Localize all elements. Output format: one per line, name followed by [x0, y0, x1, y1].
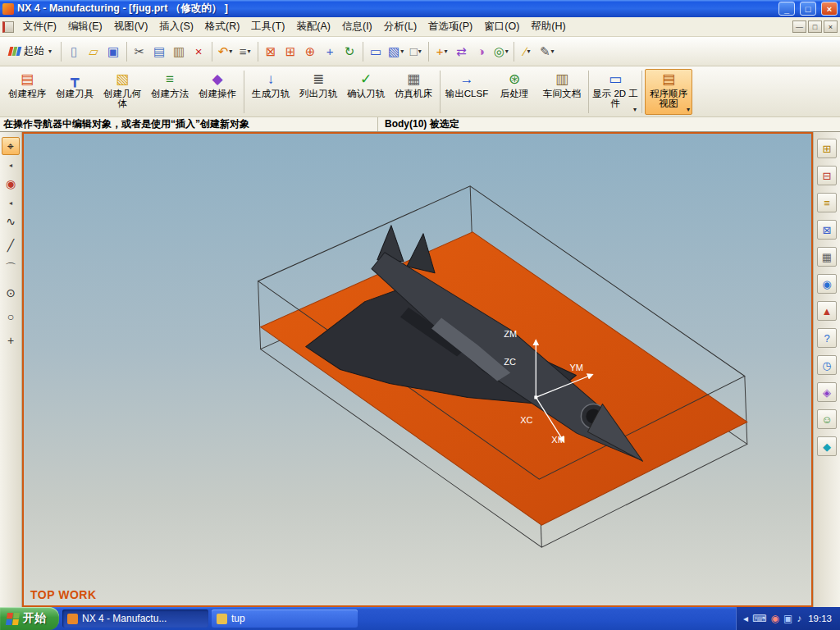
list-toolpath-button[interactable]: ≣ 列出刀轨 [294, 69, 342, 115]
mdi-close-button[interactable]: × [824, 21, 838, 33]
create-method-button[interactable]: ≡ 创建方法 [146, 69, 194, 115]
pan-icon[interactable]: + [321, 40, 340, 63]
volume-icon[interactable]: ♪ [797, 614, 801, 623]
create-tool-button[interactable]: ┳ 创建刀具 [51, 69, 98, 115]
chevron-down-icon: ▾ [247, 48, 250, 55]
expand-chevron-icon[interactable]: ◂ [2, 199, 20, 207]
3d-viewport-canvas[interactable]: ZM ZC YM XC XM [24, 134, 811, 605]
mdi-minimize-button[interactable]: — [792, 21, 806, 33]
zoom-window-icon[interactable]: ⊞ [281, 40, 300, 63]
menu-item[interactable]: 文件(F) [17, 17, 62, 36]
menu-item[interactable]: 编辑(E) [62, 17, 108, 36]
postprocess-button[interactable]: ⊛ 后处理 [491, 69, 538, 115]
system-scene-icon[interactable]: ◆ [817, 436, 837, 456]
chevron-down-icon: ▾ [527, 48, 530, 55]
minimize-button[interactable]: _ [778, 2, 795, 16]
icon-glyph: ≣ [313, 72, 324, 87]
icon-glyph: ✓ [360, 72, 372, 87]
start-button[interactable]: 开始 [0, 607, 59, 630]
delete-icon[interactable]: × [189, 40, 208, 63]
snap-point-icon[interactable]: ⌖ [2, 137, 20, 155]
help-icon[interactable]: ? [817, 328, 837, 348]
rotate-view-icon[interactable]: ↻ [340, 40, 359, 63]
part-navigator-icon[interactable]: ≡ [817, 193, 837, 212]
paste-icon[interactable]: ▥ [170, 40, 189, 63]
save-icon[interactable]: ▣ [104, 40, 123, 63]
circle-icon[interactable]: ○ [2, 308, 20, 326]
history-icon[interactable]: ◷ [817, 355, 837, 375]
repeat-command-icon[interactable]: ≡ ▾ [235, 40, 254, 63]
render-style-icon[interactable]: □ ▾ [406, 40, 425, 63]
roles-icon[interactable]: ☺ [817, 409, 837, 429]
button-label: 确认刀轨 [347, 89, 385, 99]
graphics-window[interactable]: ZM ZC YM XC XM TOP WORK [22, 132, 813, 607]
simulate-machine-button[interactable]: ▦ 仿真机床 [390, 69, 437, 115]
button-label: 车间文档 [543, 89, 581, 99]
point-icon[interactable]: + [2, 331, 20, 349]
show-hide-icon[interactable]: ◎ ▾ [491, 40, 510, 63]
chevron-down-icon: ▾ [445, 48, 448, 55]
circle-center-icon[interactable]: ⊙ [2, 284, 20, 302]
menu-item[interactable]: 信息(I) [336, 17, 378, 36]
menu-item[interactable]: 分析(L) [378, 17, 422, 36]
zoom-icon[interactable]: ⊕ [301, 40, 320, 63]
menu-item[interactable]: 窗口(O) [478, 17, 525, 36]
verify-toolpath-button[interactable]: ✓ 确认刀轨 [342, 69, 390, 115]
transform-icon[interactable]: ⇄ [452, 40, 471, 63]
spline-icon[interactable]: ∿ [2, 212, 20, 231]
measure-distance-icon[interactable]: ∕ ▾ [518, 40, 536, 63]
start-menu-button[interactable]: 起始 ▾ [3, 40, 57, 63]
edit-object-display-icon[interactable]: ◑ [472, 40, 491, 63]
line-icon[interactable]: ╱ [2, 236, 20, 254]
menu-item[interactable]: 格式(R) [199, 17, 245, 36]
keyboard-icon[interactable]: ⌨ [752, 614, 766, 623]
menu-item[interactable]: 插入(S) [153, 17, 199, 36]
copy-icon[interactable]: ▤ [150, 40, 169, 63]
icon-glyph: ☺ [821, 413, 832, 426]
fit-view-icon[interactable]: ⊠ [262, 40, 281, 63]
create-program-button[interactable]: ▤ 创建程序 [3, 69, 51, 115]
open-folder-icon[interactable]: ▱ [84, 40, 103, 63]
close-button[interactable]: × [821, 2, 838, 16]
feature-tool-icon[interactable]: ◉ [2, 175, 20, 193]
expand-chevron-icon[interactable]: ◂ [2, 161, 20, 169]
menu-item[interactable]: 帮助(H) [525, 17, 571, 36]
shaded-view-icon[interactable]: ▧ ▾ [386, 40, 405, 63]
generate-toolpath-button[interactable]: ↓ 生成刀轨 [247, 69, 294, 115]
operation-navigator-icon[interactable]: ⊠ [817, 220, 837, 240]
input-language-icon[interactable]: ▣ [783, 614, 792, 623]
machine-navigator-icon[interactable]: ▦ [817, 247, 837, 267]
snapshot-icon[interactable]: ▭ [367, 40, 386, 63]
process-studio-icon[interactable]: ◈ [817, 382, 837, 402]
new-file-icon[interactable]: ▯ [65, 40, 84, 63]
menu-item[interactable]: 装配(A) [290, 17, 336, 36]
main-area: ⌖ ◂ ◉ ◂ ∿ ╱ ⌒ ⊙ ○ + [0, 132, 840, 607]
arc-icon[interactable]: ⌒ [2, 260, 20, 278]
assembly-navigator-icon[interactable]: ⊞ [817, 139, 837, 158]
restore-button[interactable]: □ [800, 2, 816, 16]
icon-glyph: ⌒ [5, 262, 16, 276]
undo-icon[interactable]: ↶ ▾ [216, 40, 235, 63]
wcs-dynamics-icon[interactable]: + ▾ [432, 40, 451, 63]
reuse-library-icon[interactable]: ▲ [817, 301, 837, 321]
show-2d-workpiece-button[interactable]: ▭ 显示 2D 工件 ▾ [591, 69, 639, 115]
mdi-restore-button[interactable]: □ [808, 21, 822, 33]
create-geometry-button[interactable]: ▧ 创建几何体 [98, 69, 146, 115]
output-clsf-button[interactable]: → 输出CLSF [443, 69, 491, 115]
shop-documents-button[interactable]: ▥ 车间文档 [538, 69, 586, 115]
cut-icon[interactable]: ✂ [130, 40, 149, 63]
program-order-view-button[interactable]: ▤ 程序顺序视图 ▾ [645, 69, 692, 115]
taskbar-item-tup[interactable]: tup [212, 609, 358, 628]
taskbar-item-nx[interactable]: NX 4 - Manufactu... [62, 609, 208, 628]
menu-item[interactable]: 视图(V) [108, 17, 154, 36]
tray-collapse-icon[interactable]: ◂ [743, 614, 748, 623]
clock: 19:13 [808, 614, 832, 623]
constraint-navigator-icon[interactable]: ⊟ [817, 166, 837, 185]
icon-glyph: ▥ [173, 45, 185, 57]
menu-item[interactable]: 工具(T) [245, 17, 290, 36]
annotation-pencil-icon[interactable]: ✎ ▾ [537, 40, 556, 63]
menu-item[interactable]: 首选项(P) [422, 17, 478, 36]
create-operation-button[interactable]: ◆ 创建操作 [194, 69, 241, 115]
antivirus-icon[interactable]: ◉ [770, 614, 778, 623]
web-browser-icon[interactable]: ◉ [817, 274, 837, 294]
